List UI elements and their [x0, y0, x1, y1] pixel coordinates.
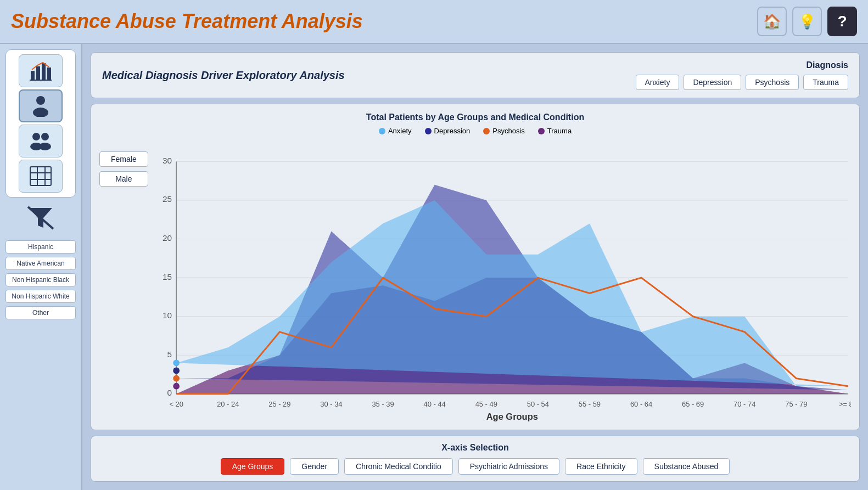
chart-body: Female Male 30 25 20 15 10 5 0: [99, 140, 851, 421]
xaxis-btn-chronic[interactable]: Chronic Medical Conditio: [344, 458, 453, 475]
anxiety-area: [176, 200, 848, 386]
gender-btn-male[interactable]: Male: [99, 171, 148, 187]
app-title: Substance Abuse Treatment Analysis: [11, 10, 363, 33]
xaxis-btn-gender[interactable]: Gender: [290, 458, 339, 475]
diag-btn-psychosis[interactable]: Psychosis: [746, 75, 799, 90]
chart-title: Total Patients by Age Groups and Medical…: [99, 112, 851, 122]
svg-text:15: 15: [163, 272, 172, 281]
svg-rect-0: [31, 71, 35, 80]
anxiety-start-dot: [173, 359, 180, 366]
no-filter-icon[interactable]: [19, 204, 63, 232]
svg-point-7: [32, 133, 40, 140]
legend-anxiety: Anxiety: [379, 127, 412, 135]
legend-label-depression: Depression: [434, 127, 471, 135]
diag-btn-trauma[interactable]: Trauma: [803, 75, 848, 90]
svg-text:50 - 54: 50 - 54: [527, 400, 548, 408]
xaxis-btn-age-groups[interactable]: Age Groups: [221, 458, 285, 475]
header: Substance Abuse Treatment Analysis 🏠 💡 ?: [0, 0, 868, 44]
svg-text:0: 0: [167, 388, 172, 397]
svg-text:75 - 79: 75 - 79: [785, 400, 807, 408]
legend-dot-psychosis: [483, 128, 490, 134]
xaxis-btn-psychiatric[interactable]: Psychiatric Admissions: [458, 458, 559, 475]
area-chart-svg: 30 25 20 15 10 5 0: [154, 140, 851, 421]
diagnosis-right: Diagnosis Anxiety Depression Psychosis T…: [636, 60, 849, 90]
xaxis-panel: X-axis Selection Age Groups Gender Chron…: [91, 436, 860, 482]
main-layout: Hispanic Native American Non Hispanic Bl…: [0, 44, 868, 490]
home-button[interactable]: 🏠: [757, 7, 787, 36]
svg-text:30 - 34: 30 - 34: [320, 400, 342, 408]
svg-text:55 - 59: 55 - 59: [579, 400, 601, 408]
race-filter-non-hispanic-black[interactable]: Non Hispanic Black: [5, 273, 76, 286]
race-filter-non-hispanic-white[interactable]: Non Hispanic White: [5, 290, 76, 303]
race-filter-other[interactable]: Other: [5, 306, 76, 319]
content-area: Medical Diagnosis Driver Exploratory Ana…: [82, 44, 868, 490]
svg-rect-2: [42, 63, 46, 80]
svg-text:Age Groups: Age Groups: [486, 412, 537, 421]
svg-point-10: [39, 143, 51, 150]
svg-text:25 - 29: 25 - 29: [268, 400, 290, 408]
xaxis-btn-race[interactable]: Race Ethnicity: [565, 458, 637, 475]
svg-text:5: 5: [167, 350, 172, 359]
svg-point-9: [41, 133, 49, 140]
header-icon-group: 🏠 💡 ?: [757, 7, 857, 36]
legend-label-psychosis: Psychosis: [492, 127, 525, 135]
legend-depression: Depression: [425, 127, 471, 135]
legend-psychosis: Psychosis: [483, 127, 525, 135]
diag-btn-depression[interactable]: Depression: [684, 75, 741, 90]
diagnosis-panel-title: Medical Diagnosis Driver Exploratory Ana…: [102, 69, 345, 82]
legend-dot-anxiety: [379, 128, 385, 134]
svg-text:30: 30: [163, 156, 172, 165]
legend-label-trauma: Trauma: [547, 127, 572, 135]
svg-point-5: [36, 96, 45, 105]
svg-rect-3: [47, 67, 51, 80]
diag-btn-anxiety[interactable]: Anxiety: [636, 75, 680, 90]
legend-trauma: Trauma: [538, 127, 572, 135]
idea-button[interactable]: 💡: [792, 7, 822, 36]
xaxis-btn-substance[interactable]: Substance Abused: [643, 458, 730, 475]
svg-text:< 20: < 20: [169, 400, 183, 408]
sidebar-person-button[interactable]: [19, 89, 63, 122]
sidebar-group-button[interactable]: [19, 125, 63, 157]
xaxis-button-group: Age Groups Gender Chronic Medical Condit…: [221, 458, 730, 475]
chart-legend: Anxiety Depression Psychosis Trauma: [99, 127, 851, 135]
svg-rect-11: [30, 167, 51, 185]
depression-start-dot: [173, 368, 180, 374]
diagnosis-button-group: Anxiety Depression Psychosis Trauma: [636, 75, 849, 90]
chart-svg-container: 30 25 20 15 10 5 0: [154, 140, 851, 421]
sidebar: Hispanic Native American Non Hispanic Bl…: [0, 44, 82, 490]
legend-dot-depression: [425, 128, 432, 134]
sidebar-nav-box: [5, 49, 76, 198]
svg-text:70 - 74: 70 - 74: [733, 400, 755, 408]
sidebar-table-button[interactable]: [19, 160, 63, 193]
svg-text:35 - 39: 35 - 39: [372, 400, 394, 408]
sidebar-barchart-button[interactable]: [19, 54, 63, 87]
psychosis-start-dot: [173, 375, 180, 382]
help-button[interactable]: ?: [827, 7, 857, 36]
chart-panel: Total Patients by Age Groups and Medical…: [91, 104, 860, 430]
svg-rect-1: [36, 66, 40, 80]
svg-text:20: 20: [163, 233, 172, 243]
gender-button-group: Female Male: [99, 140, 154, 421]
race-filter-hispanic[interactable]: Hispanic: [5, 240, 76, 254]
svg-point-6: [33, 108, 48, 117]
xaxis-title: X-axis Selection: [441, 443, 509, 453]
diagnosis-panel: Medical Diagnosis Driver Exploratory Ana…: [91, 52, 860, 98]
trauma-start-dot: [173, 383, 180, 390]
legend-dot-trauma: [538, 128, 545, 134]
svg-text:40 - 44: 40 - 44: [423, 400, 445, 408]
svg-text:25: 25: [163, 195, 172, 204]
gender-btn-female[interactable]: Female: [99, 151, 148, 167]
race-filter-native-american[interactable]: Native American: [5, 257, 76, 270]
svg-text:65 - 69: 65 - 69: [682, 400, 704, 408]
svg-text:10: 10: [163, 311, 172, 320]
legend-label-anxiety: Anxiety: [388, 127, 412, 135]
svg-text:>= 80: >= 80: [839, 400, 851, 408]
diagnosis-label: Diagnosis: [807, 60, 848, 70]
svg-text:20 - 24: 20 - 24: [217, 400, 239, 408]
svg-text:45 - 49: 45 - 49: [475, 400, 497, 408]
svg-text:60 - 64: 60 - 64: [630, 400, 652, 408]
race-filter-group: Hispanic Native American Non Hispanic Bl…: [5, 240, 76, 319]
